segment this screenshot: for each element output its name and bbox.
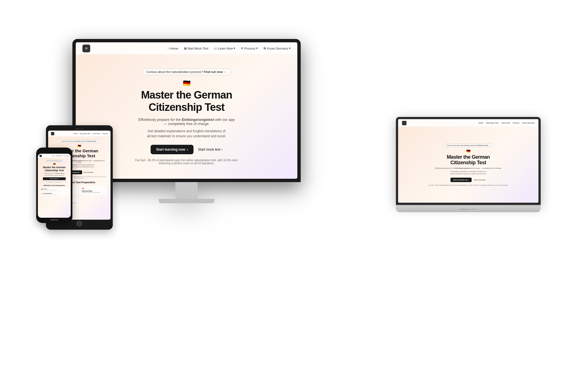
- laptop-logo: [402, 121, 406, 125]
- tablet-nav-learn[interactable]: Learn Now: [93, 133, 100, 134]
- laptop-frame: Home Start Mock Test Learn Now Process K…: [396, 117, 541, 205]
- monitor-stand-neck: [175, 182, 198, 199]
- nav-home[interactable]: ⌂ Home: [168, 47, 178, 50]
- phone-hero: Curious about the naturalization process…: [38, 158, 71, 218]
- laptop-flag: 🇩🇪: [466, 149, 471, 153]
- tablet-nav-mock[interactable]: Start Mock Test: [80, 133, 90, 134]
- phone-badge: Curious about the naturalization process…: [45, 160, 63, 162]
- tablet-nav-home[interactable]: Home: [74, 133, 78, 134]
- phone-feature-understand-desc: Get detailed explanations for each quest…: [43, 194, 67, 195]
- laptop-subtitle: Effortlessly prepare for the Einbürgerun…: [435, 167, 501, 169]
- laptop-start-button[interactable]: Start learning now ›: [450, 178, 472, 182]
- monitor-hero-desc: Get detailed explanations and English tr…: [147, 129, 226, 139]
- laptop-funfact: Fun fact - 96.3% of participants pass th…: [428, 184, 508, 186]
- tablet-badge: Curious about the naturalization process…: [59, 139, 99, 143]
- phone-understand-icon: 🧠: [41, 193, 43, 195]
- phone-logo: [40, 155, 42, 157]
- phone-navbar: Home Start Mock Test Learn Now: [38, 154, 71, 158]
- laptop-desc: Get detailed explanations and English tr…: [450, 170, 486, 175]
- start-learning-button[interactable]: Start learning now ›: [151, 145, 194, 154]
- learn-icon: 📖: [214, 47, 217, 50]
- laptop-nav-links: Home Start Mock Test Learn Now Process K…: [478, 122, 535, 124]
- phone-features: 📚 Practice Practice with all questions a…: [40, 188, 68, 196]
- start-mock-test-button[interactable]: Start mock test ›: [198, 148, 222, 151]
- tablet-logo: [51, 132, 54, 135]
- nav-know-germany[interactable]: 🏛 Know Germany ▾: [263, 46, 291, 50]
- phone-flag: 🇩🇪: [53, 163, 56, 165]
- phone-feature-understand: 🧠 Understand Better Get detailed explana…: [40, 192, 68, 196]
- laptop-hero: Curious about the naturalization process…: [398, 127, 538, 203]
- process-icon: ⚙: [241, 47, 243, 50]
- laptop-nav-learn[interactable]: Learn Now: [501, 122, 510, 124]
- feature-card-understand: 🧠 Understand Better Get detailed explana…: [80, 186, 107, 195]
- phone-section-title: Effortless Test Preparation: [44, 185, 65, 186]
- phone-title: Master the German Citizenship Test: [43, 166, 66, 172]
- monitor-stand-base: [159, 199, 214, 203]
- phone-notch: [47, 150, 61, 153]
- phone-feature-practice-desc: Practice with all questions and categori…: [43, 190, 67, 190]
- monitor-hero-title: Master the German Citizenship Test: [141, 89, 232, 113]
- phone-desc: Get detailed explanations and English tr…: [45, 175, 64, 176]
- nav-mock-test[interactable]: ▦ Start Mock Test: [184, 47, 209, 50]
- monitor-nav-links: ⌂ Home ▦ Start Mock Test 📖 Learn Now ▾: [168, 46, 291, 50]
- phone-start-button[interactable]: Start learning now: [43, 177, 66, 180]
- laptop-nav-germany[interactable]: Know Germany: [522, 122, 535, 124]
- phone-screen: Home Start Mock Test Learn Now Curious a…: [38, 154, 71, 218]
- arrow-right-icon: ›: [187, 148, 188, 151]
- tablet-nav-links: Home Start Mock Test Learn Now Process: [74, 133, 108, 134]
- monitor-logo: ⊞: [82, 45, 90, 52]
- phone-nav-links: Home Start Mock Test Learn Now: [52, 155, 69, 156]
- laptop-body: MacBook Pro: [396, 206, 541, 212]
- phone-practice-icon: 📚: [41, 188, 43, 190]
- nav-learn-now[interactable]: 📖 Learn Now ▾: [214, 46, 235, 50]
- phone-nav-learn[interactable]: Learn Now: [64, 155, 69, 156]
- germany-icon: 🏛: [263, 47, 266, 50]
- phone-feature-practice: 📚 Practice Practice with all questions a…: [40, 188, 68, 191]
- laptop-title: Master the German Citizenship Test: [447, 154, 490, 166]
- phone-website: Home Start Mock Test Learn Now Curious a…: [38, 154, 71, 218]
- mock-test-icon: ▦: [184, 47, 187, 50]
- chevron-right-icon: ›: [221, 148, 222, 151]
- phone-frame: Home Start Mock Test Learn Now Curious a…: [36, 148, 72, 223]
- monitor-hero-subtitle: Effortlessly prepare for the Einbürgerun…: [136, 117, 237, 126]
- tablet-navbar: Home Start Mock Test Learn Now Process: [48, 131, 111, 137]
- laptop-buttons: Start learning now › Start mock test ›: [450, 178, 486, 182]
- monitor-hero-buttons: Start learning now › Start mock test ›: [151, 145, 223, 154]
- laptop-badge: Curious about the naturalization process…: [444, 144, 493, 147]
- feature-understand-title: Understand Better: [82, 190, 105, 192]
- monitor-hero-badge: Curious about the naturalization process…: [142, 68, 231, 75]
- laptop-website: Home Start Mock Test Learn Now Process K…: [398, 119, 538, 203]
- phone-nav-mock[interactable]: Start Mock Test: [56, 155, 63, 156]
- german-flag: 🇩🇪: [183, 80, 190, 87]
- nav-process[interactable]: ⚙ Process ▾: [241, 46, 258, 50]
- laptop-mock-button[interactable]: Start mock test ›: [474, 179, 486, 181]
- tablet-mock-button[interactable]: Start mock test ›: [84, 171, 94, 173]
- monitor-funfact: Fun fact - 96.3% of participants pass th…: [134, 159, 239, 165]
- phone-funfact: Fun fact - 96.3% of participants pass th…: [40, 181, 68, 183]
- laptop-navbar: Home Start Mock Test Learn Now Process K…: [398, 119, 538, 127]
- phone-subtitle: Effortlessly prepare for the Einbürgerun…: [44, 173, 64, 174]
- understand-icon: 🧠: [82, 187, 105, 190]
- laptop-label: MacBook Pro: [460, 208, 476, 210]
- laptop-nav-mock[interactable]: Start Mock Test: [486, 122, 499, 124]
- feature-understand-desc: Get detailed explanations for each quest…: [82, 192, 105, 193]
- monitor-navbar: ⊞ ⌂ Home ▦ Start Mock Test: [76, 42, 297, 55]
- tablet-nav-process[interactable]: Process: [102, 133, 108, 134]
- tablet-flag: 🇩🇪: [78, 144, 81, 148]
- phone-device: Home Start Mock Test Learn Now Curious a…: [36, 148, 72, 223]
- home-icon: ⌂: [168, 47, 169, 50]
- scene: ⊞ ⌂ Home ▦ Start Mock Test: [0, 0, 588, 392]
- phone-nav-home[interactable]: Home: [52, 155, 55, 156]
- laptop-nav-process[interactable]: Process: [513, 122, 519, 124]
- laptop-nav-home[interactable]: Home: [478, 122, 483, 124]
- laptop-screen: Home Start Mock Test Learn Now Process K…: [398, 119, 538, 203]
- laptop-device: Home Start Mock Test Learn Now Process K…: [396, 117, 541, 212]
